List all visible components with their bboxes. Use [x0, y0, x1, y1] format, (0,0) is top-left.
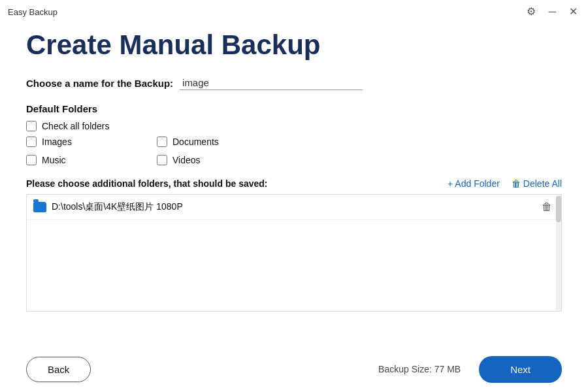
- documents-label[interactable]: Documents: [172, 137, 219, 147]
- additional-folders-section: Please choose additional folders, that s…: [26, 178, 562, 312]
- main-content: Create Manual Backup Choose a name for t…: [0, 24, 588, 325]
- add-folder-button[interactable]: + Add Folder: [448, 178, 500, 189]
- back-button[interactable]: Back: [26, 357, 91, 382]
- app-title: Easy Backup: [8, 7, 57, 17]
- minimize-button[interactable]: ─: [546, 5, 559, 18]
- videos-checkbox[interactable]: [157, 155, 167, 165]
- delete-all-button[interactable]: Delete All: [512, 178, 562, 189]
- music-row: Music: [26, 155, 157, 165]
- videos-row: Videos: [157, 155, 287, 165]
- delete-all-label: Delete All: [523, 178, 562, 189]
- default-folders-title: Default Folders: [26, 103, 562, 114]
- additional-folder-actions: + Add Folder Delete All: [448, 178, 562, 189]
- images-label[interactable]: Images: [42, 137, 72, 147]
- music-label[interactable]: Music: [42, 155, 66, 165]
- check-all-label[interactable]: Check all folders: [42, 121, 110, 131]
- scrollbar-thumb: [556, 196, 561, 222]
- title-bar: Easy Backup ⚙ ─ ✕: [0, 0, 588, 24]
- backup-name-row: Choose a name for the Backup:: [26, 76, 562, 90]
- documents-row: Documents: [157, 137, 287, 147]
- backup-name-input[interactable]: [180, 76, 363, 90]
- backup-size-label: Backup Size: 77 MB: [378, 364, 461, 374]
- next-button[interactable]: Next: [479, 356, 562, 383]
- settings-button[interactable]: ⚙: [524, 5, 538, 18]
- bottom-right: Backup Size: 77 MB Next: [378, 356, 562, 383]
- folder-item-left: D:\tools\桌面\4K壁纸图片 1080P: [33, 201, 183, 213]
- videos-label[interactable]: Videos: [172, 155, 201, 165]
- delete-folder-button[interactable]: 🗑: [539, 200, 555, 214]
- folder-list-container: D:\tools\桌面\4K壁纸图片 1080P 🗑: [26, 194, 562, 312]
- check-all-checkbox[interactable]: [26, 121, 37, 131]
- scrollbar[interactable]: [556, 195, 561, 311]
- images-checkbox[interactable]: [26, 137, 37, 147]
- close-button[interactable]: ✕: [566, 5, 580, 18]
- trash-icon: [512, 178, 521, 189]
- window-controls: ⚙ ─ ✕: [524, 5, 580, 18]
- images-row: Images: [26, 137, 157, 147]
- additional-folders-label: Please choose additional folders, that s…: [26, 178, 268, 189]
- music-checkbox[interactable]: [26, 155, 37, 165]
- folders-grid: Images Documents Music Videos: [26, 137, 562, 171]
- folder-path: D:\tools\桌面\4K壁纸图片 1080P: [52, 201, 183, 213]
- page-title: Create Manual Backup: [26, 30, 562, 60]
- bottom-bar: Back Backup Size: 77 MB Next: [0, 346, 588, 392]
- folder-list: D:\tools\桌面\4K壁纸图片 1080P 🗑: [27, 195, 561, 311]
- backup-name-label: Choose a name for the Backup:: [26, 78, 173, 89]
- default-folders-section: Default Folders Check all folders Images…: [26, 103, 562, 171]
- folder-item: D:\tools\桌面\4K壁纸图片 1080P 🗑: [27, 195, 561, 220]
- documents-checkbox[interactable]: [157, 137, 167, 147]
- additional-folders-header: Please choose additional folders, that s…: [26, 178, 562, 189]
- folder-icon: [33, 202, 46, 212]
- check-all-row: Check all folders: [26, 121, 562, 131]
